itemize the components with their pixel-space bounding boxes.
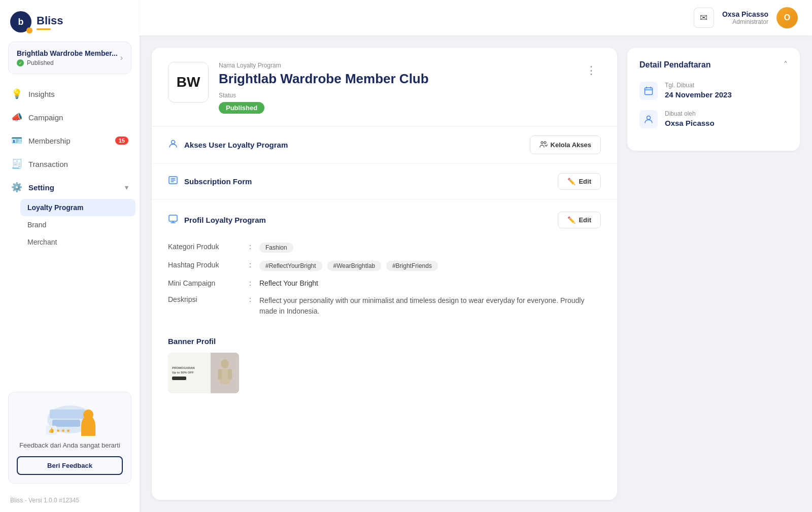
feedback-text: Feedback dari Anda sangat berarti — [17, 441, 123, 450]
program-more-button[interactable]: ⋮ — [582, 62, 601, 79]
feedback-button[interactable]: Beri Feedback — [17, 456, 123, 475]
profil-detail-table: Kategori Produk : Fashion Hashtag Produk… — [168, 238, 601, 321]
sidebar-item-transaction[interactable]: 🧾 Transaction — [4, 152, 136, 176]
campaign-icon: 📣 — [11, 112, 22, 123]
svg-rect-7 — [218, 369, 222, 380]
svg-point-1 — [541, 142, 543, 144]
sidebar-item-insights[interactable]: 💡 Insights — [4, 82, 136, 106]
topbar-right: ✉ Oxsa Picasso Administrator O — [694, 7, 798, 28]
subscription-edit-icon: ✏️ — [567, 178, 576, 185]
workspace-card[interactable]: Brightlab Wardrobe Member... Published › — [8, 42, 131, 74]
membership-badge: 15 — [115, 136, 128, 145]
kelola-akses-button[interactable]: Kelola Akses — [530, 135, 601, 154]
svg-point-2 — [544, 142, 546, 144]
kategori-tag: Fashion — [259, 243, 293, 253]
svg-point-0 — [172, 141, 175, 144]
detail-item-creator: Dibuat oleh Oxsa Picasso — [639, 110, 788, 128]
banner-left-part: PROMOGARANUp to 50% OFF — [168, 353, 211, 393]
topbar-username: Oxsa Picasso — [722, 10, 768, 18]
sidebar-logo: b Bliss — [0, 0, 140, 42]
sidebar: b Bliss Brightlab Wardrobe Member... Pub… — [0, 0, 140, 512]
table-row: Hashtag Produk : #ReflectYourBright #Wea… — [168, 257, 601, 275]
sidebar-item-setting[interactable]: ⚙️ Setting ▾ — [4, 176, 136, 199]
sidebar-item-transaction-label: Transaction — [28, 160, 68, 168]
logo-underline — [37, 28, 51, 30]
feedback-person-icon — [81, 416, 95, 436]
kategori-value: Fashion — [259, 238, 601, 257]
sidebar-item-loyalty-program[interactable]: Loyalty Program — [20, 199, 136, 216]
detail-card-title: Detail Pendaftaran — [639, 60, 710, 70]
table-row: Deskripsi : Reflect your personality wit… — [168, 291, 601, 321]
main-area: ✉ Oxsa Picasso Administrator O BW Nama L… — [140, 0, 812, 512]
hashtag-tag-3: #BrightFriends — [386, 261, 438, 271]
sidebar-item-brand[interactable]: Brand — [20, 216, 136, 233]
sidebar-item-membership[interactable]: 🪪 Membership 15 — [4, 129, 136, 152]
detail-card: Detail Pendaftaran ˄ Tgl. Dibuat 24 Nove… — [627, 48, 800, 151]
akses-title-text: Akses User Loyalty Program — [184, 141, 288, 149]
detail-card-chevron-icon[interactable]: ˄ — [784, 60, 788, 70]
akses-icon — [168, 139, 178, 151]
app-version: Bliss - Versi 1.0.0 #12345 — [0, 492, 140, 512]
table-row: Mini Campaign : Reflect Your Bright — [168, 275, 601, 291]
detail-date-label: Tgl. Dibuat — [665, 82, 732, 89]
sidebar-item-merchant[interactable]: Merchant — [20, 233, 136, 251]
profil-section-header: Profil Loyalty Program ✏️ Edit — [168, 212, 601, 228]
program-logo-text: BW — [177, 74, 200, 90]
profil-title-text: Profil Loyalty Program — [184, 216, 266, 224]
sidebar-item-campaign[interactable]: 📣 Campaign — [4, 106, 136, 129]
banner-placeholder: PROMOGARANUp to 50% OFF — [168, 353, 239, 393]
workspace-status-text: Published — [27, 59, 54, 66]
subscription-icon — [168, 175, 178, 188]
app-logo-icon: b — [10, 11, 31, 32]
banner-section: Banner Profil PROMOGARANUp to 50% OFF — [152, 333, 617, 407]
banner-label: Banner Profil — [168, 337, 601, 346]
program-header: BW Nama Loyalty Program Brightlab Wardro… — [152, 48, 617, 126]
workspace-name: Brightlab Wardrobe Member... — [17, 49, 118, 57]
app-logo-text: Bliss — [37, 14, 63, 30]
banner-image: PROMOGARANUp to 50% OFF — [168, 353, 239, 393]
program-logo: BW — [168, 62, 209, 103]
banner-cta — [172, 377, 186, 380]
topbar-user-info: Oxsa Picasso Administrator — [722, 10, 768, 25]
feedback-card1 — [50, 409, 85, 419]
profil-icon — [168, 214, 178, 226]
svg-rect-8 — [228, 369, 232, 380]
kategori-label: Kategori Produk — [168, 238, 249, 257]
subscription-section-title: Subscription Form — [168, 175, 252, 188]
mail-button[interactable]: ✉ — [694, 8, 714, 28]
sidebar-item-campaign-label: Campaign — [28, 113, 63, 122]
chevron-right-icon: › — [120, 53, 123, 62]
feedback-card2 — [52, 420, 80, 427]
subscription-edit-label: Edit — [579, 178, 591, 185]
detail-creator-value: Oxsa Picasso — [665, 119, 715, 127]
sidebar-nav: 💡 Insights 📣 Campaign 🪪 Membership 15 🧾 … — [0, 82, 140, 384]
separator: : — [249, 275, 259, 291]
user-avatar[interactable]: O — [776, 7, 798, 28]
avatar-initials: O — [784, 13, 790, 22]
svg-point-5 — [221, 359, 229, 368]
program-info: Nama Loyalty Program Brightlab Wardrobe … — [219, 62, 571, 114]
program-name: Brightlab Wardrobe Member Club — [219, 71, 571, 87]
separator: : — [249, 291, 259, 321]
program-name-label: Nama Loyalty Program — [219, 62, 571, 69]
hashtag-values: #ReflectYourBright #WearBrightlab #Brigh… — [259, 257, 601, 275]
subscription-edit-button[interactable]: ✏️ Edit — [558, 173, 601, 190]
feedback-illustration: ★★★★ 👍 — [40, 400, 100, 436]
topbar: ✉ Oxsa Picasso Administrator O — [140, 0, 812, 36]
sidebar-item-membership-label: Membership — [28, 136, 71, 145]
mail-icon: ✉ — [700, 12, 707, 23]
subscription-section: Subscription Form ✏️ Edit — [152, 164, 617, 199]
hashtag-label: Hashtag Produk — [168, 257, 249, 275]
person-icon — [639, 110, 658, 128]
separator: : — [249, 257, 259, 275]
separator: : — [249, 238, 259, 257]
insights-icon: 💡 — [11, 88, 22, 99]
setting-subnav: Loyalty Program Brand Merchant — [4, 199, 136, 251]
setting-chevron-icon: ▾ — [125, 184, 128, 191]
subscription-title-text: Subscription Form — [184, 177, 252, 186]
feedback-widget: ★★★★ 👍 Feedback dari Anda sangat berarti… — [8, 392, 131, 484]
profil-edit-button[interactable]: ✏️ Edit — [558, 212, 601, 228]
detail-card-header: Detail Pendaftaran ˄ — [639, 60, 788, 70]
program-status-label: Status — [219, 92, 571, 99]
sidebar-item-insights-label: Insights — [28, 90, 55, 98]
